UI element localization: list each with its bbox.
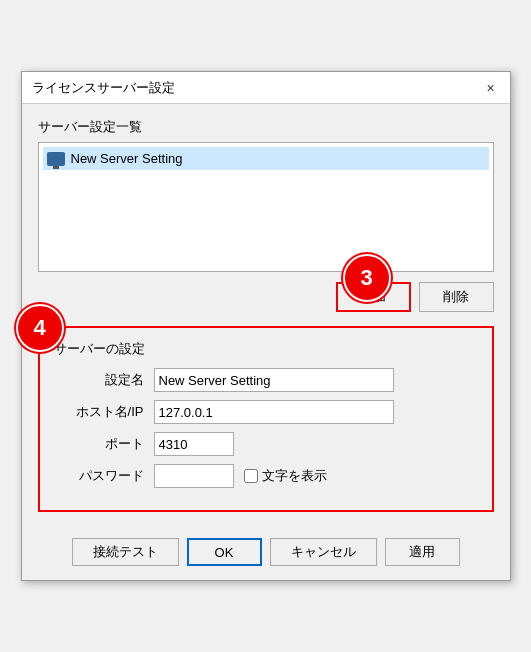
host-row: ホスト名/IP <box>54 400 478 424</box>
password-controls: 文字を表示 <box>154 464 327 488</box>
port-input[interactable] <box>154 432 234 456</box>
password-row: パスワード 文字を表示 <box>54 464 478 488</box>
server-list-box: New Server Setting <box>38 142 494 272</box>
delete-button[interactable]: 削除 <box>419 282 494 312</box>
cancel-button[interactable]: キャンセル <box>270 538 377 566</box>
badge-4: 4 <box>18 306 62 350</box>
server-settings-box: 4 サーバーの設定 設定名 ホスト名/IP ポート パスワード <box>38 326 494 512</box>
show-password-label[interactable]: 文字を表示 <box>244 467 327 485</box>
server-list-label: サーバー設定一覧 <box>38 118 494 136</box>
server-settings-label: サーバーの設定 <box>54 340 478 358</box>
title-bar: ライセンスサーバー設定 × <box>22 72 510 104</box>
name-row: 設定名 <box>54 368 478 392</box>
apply-button[interactable]: 適用 <box>385 538 460 566</box>
password-label: パスワード <box>54 467 154 485</box>
bottom-buttons-row: 接続テスト OK キャンセル 適用 <box>22 526 510 580</box>
name-input[interactable] <box>154 368 394 392</box>
server-item-label: New Server Setting <box>71 151 183 166</box>
badge-3: 3 <box>345 256 389 300</box>
port-row: ポート <box>54 432 478 456</box>
list-item[interactable]: New Server Setting <box>43 147 489 170</box>
dialog-title: ライセンスサーバー設定 <box>32 79 175 97</box>
show-password-checkbox[interactable] <box>244 469 258 483</box>
dialog: ライセンスサーバー設定 × サーバー設定一覧 New Server Settin… <box>21 71 511 581</box>
host-label: ホスト名/IP <box>54 403 154 421</box>
test-button[interactable]: 接続テスト <box>72 538 179 566</box>
server-icon <box>47 152 65 166</box>
close-button[interactable]: × <box>482 79 500 97</box>
port-label: ポート <box>54 435 154 453</box>
password-input[interactable] <box>154 464 234 488</box>
name-label: 設定名 <box>54 371 154 389</box>
list-buttons-row: 3 追加 削除 <box>38 282 494 312</box>
host-input[interactable] <box>154 400 394 424</box>
ok-button[interactable]: OK <box>187 538 262 566</box>
dialog-content: サーバー設定一覧 New Server Setting 3 追加 削除 4 サー… <box>22 104 510 526</box>
show-password-text: 文字を表示 <box>262 467 327 485</box>
